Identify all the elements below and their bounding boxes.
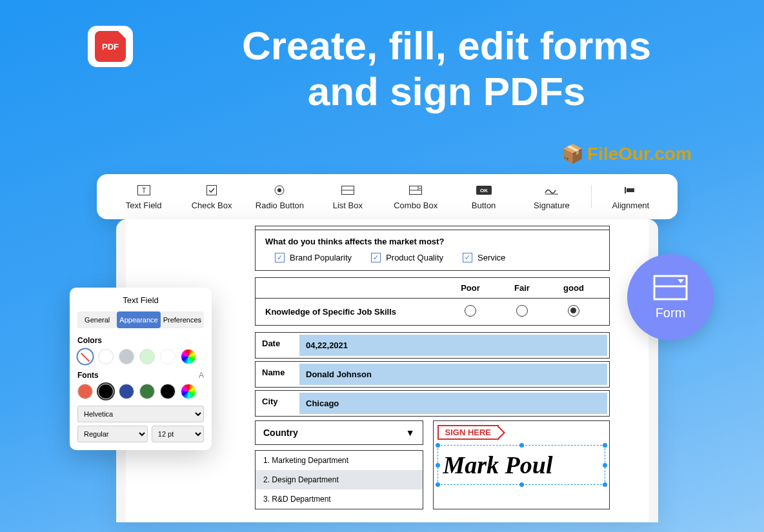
form-toolbar: T Text Field Check Box Radio Button List… bbox=[97, 174, 678, 219]
radio-fair[interactable] bbox=[516, 305, 528, 317]
font-size-select[interactable]: 12 pt bbox=[152, 426, 204, 442]
color-white[interactable] bbox=[98, 349, 114, 364]
list-box-icon bbox=[341, 184, 354, 197]
tool-text-field[interactable]: T Text Field bbox=[110, 184, 177, 210]
date-input[interactable]: 04,22,2021 bbox=[299, 335, 607, 356]
fcolor-rainbow[interactable] bbox=[181, 384, 196, 399]
rating-table: Poor Fair good Knowledge of Specific Job… bbox=[255, 277, 610, 326]
sign-here-tag: SIGN HERE bbox=[437, 425, 499, 440]
tab-general[interactable]: General bbox=[77, 311, 117, 328]
fcolor-green[interactable] bbox=[139, 384, 155, 399]
panel-tabs: General Appearance Preferences bbox=[77, 311, 204, 328]
watermark: 📦FileOur.com bbox=[561, 143, 692, 164]
button-icon: OK bbox=[476, 184, 492, 197]
dept-rd[interactable]: 3. R&D Department bbox=[256, 489, 423, 509]
svg-rect-14 bbox=[627, 188, 634, 192]
question-text: What do you thinks affects the market mo… bbox=[265, 237, 599, 246]
country-select[interactable]: Country▼ bbox=[255, 420, 423, 445]
font-color-swatches bbox=[77, 384, 204, 399]
fcolor-red[interactable] bbox=[77, 384, 93, 399]
check-product-quality[interactable]: ✓Product Quality bbox=[371, 253, 443, 262]
field-city: City Chicago bbox=[255, 390, 610, 417]
name-input[interactable]: Donald Johnson bbox=[299, 364, 607, 385]
radio-poor[interactable] bbox=[465, 305, 476, 317]
signature-text: Mark Poul bbox=[443, 451, 600, 479]
toolbar-divider bbox=[591, 185, 592, 208]
color-lightgreen[interactable] bbox=[139, 349, 155, 364]
field-name: Name Donald Johnson bbox=[255, 361, 610, 388]
form-badge-icon bbox=[653, 275, 688, 300]
color-blank[interactable] bbox=[160, 349, 176, 364]
department-list: 1. Marketing Department 2. Design Depart… bbox=[255, 450, 423, 509]
tool-button[interactable]: OK Button bbox=[450, 184, 518, 210]
col-fair: Fair bbox=[496, 283, 548, 293]
fonts-label: FontsA bbox=[77, 371, 204, 380]
svg-rect-2 bbox=[207, 185, 217, 195]
colors-label: Colors bbox=[77, 336, 204, 345]
check-brand-popularity[interactable]: ✓Brand Popularity bbox=[275, 253, 352, 262]
pdf-icon-text: PDF bbox=[95, 31, 126, 62]
form-badge-label: Form bbox=[656, 306, 686, 320]
signature-icon bbox=[544, 184, 559, 197]
combo-box-icon bbox=[409, 184, 422, 197]
check-service[interactable]: ✓Service bbox=[463, 253, 505, 262]
tool-combo-box[interactable]: Combo Box bbox=[382, 184, 450, 210]
color-rainbow[interactable] bbox=[181, 349, 196, 364]
fcolor-navy[interactable] bbox=[119, 384, 134, 399]
dept-design[interactable]: 2. Design Department bbox=[256, 470, 423, 489]
fcolor-black[interactable] bbox=[98, 384, 114, 399]
form-badge[interactable]: Form bbox=[627, 254, 714, 340]
alignment-icon bbox=[624, 184, 637, 197]
rating-row-label: Knowledge of Specific Job Skills bbox=[265, 307, 445, 317]
svg-text:T: T bbox=[141, 186, 146, 194]
radio-good[interactable] bbox=[568, 305, 579, 317]
color-none[interactable] bbox=[77, 349, 93, 364]
svg-text:OK: OK bbox=[480, 188, 488, 193]
tab-appearance[interactable]: Appearance bbox=[117, 311, 160, 328]
fcolor-black2[interactable] bbox=[160, 384, 176, 399]
color-swatches bbox=[77, 349, 204, 364]
signature-box[interactable]: Mark Poul bbox=[437, 445, 606, 485]
col-poor: Poor bbox=[445, 283, 496, 293]
tool-list-box[interactable]: List Box bbox=[314, 184, 381, 210]
color-gray[interactable] bbox=[119, 349, 134, 364]
tool-signature[interactable]: Signature bbox=[518, 184, 585, 210]
city-input[interactable]: Chicago bbox=[299, 393, 607, 414]
dept-marketing[interactable]: 1. Marketing Department bbox=[256, 451, 423, 470]
tool-check-box[interactable]: Check Box bbox=[177, 184, 245, 210]
properties-panel: Text Field General Appearance Preference… bbox=[70, 288, 212, 450]
page-title: Create, fill, edit formsand sign PDFs bbox=[161, 23, 732, 115]
font-weight-select[interactable]: Regular bbox=[77, 426, 148, 442]
signature-area: SIGN HERE Mark Poul bbox=[433, 420, 610, 509]
tool-alignment[interactable]: Alignment bbox=[597, 184, 665, 210]
field-date: Date 04,22,2021 bbox=[255, 332, 610, 359]
radio-button-icon bbox=[274, 184, 285, 197]
text-field-icon: T bbox=[137, 184, 150, 197]
panel-title: Text Field bbox=[77, 295, 204, 305]
tool-radio-button[interactable]: Radio Button bbox=[246, 184, 314, 210]
col-good: good bbox=[548, 283, 599, 293]
chevron-down-icon: ▼ bbox=[406, 428, 415, 438]
tab-preferences[interactable]: Preferences bbox=[161, 311, 204, 328]
question-box: What do you thinks affects the market mo… bbox=[255, 230, 610, 271]
pdf-app-icon: PDF bbox=[88, 26, 133, 67]
check-box-icon bbox=[206, 184, 217, 197]
svg-point-4 bbox=[277, 188, 281, 192]
font-family-select[interactable]: Helvetica bbox=[77, 406, 204, 422]
